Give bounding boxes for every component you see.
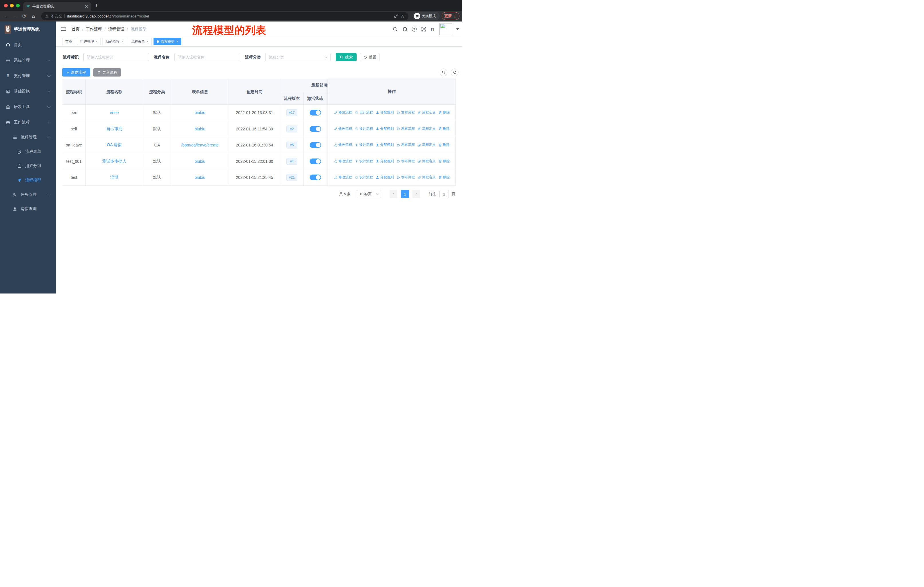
model-name-link[interactable]: 测试多审批人 <box>102 159 126 164</box>
forward-button[interactable]: → <box>12 11 19 21</box>
action-deploy-link[interactable]: 发布流程 <box>397 159 415 164</box>
search-button[interactable]: 搜索 <box>336 53 356 61</box>
action-trash-link[interactable]: 删除 <box>439 142 450 147</box>
tag-close-icon[interactable]: × <box>96 40 98 43</box>
sidebar-item-5[interactable]: 工作流程 <box>0 115 56 130</box>
action-edit-link[interactable]: 修改流程 <box>334 159 352 164</box>
key-icon[interactable] <box>394 14 398 19</box>
search-icon[interactable] <box>393 26 398 32</box>
action-deploy-link[interactable]: 发布流程 <box>397 142 415 147</box>
tag-close-icon[interactable]: × <box>147 40 148 43</box>
action-trash-link[interactable]: 删除 <box>439 110 450 115</box>
action-definition-link[interactable]: 流程定义 <box>417 142 436 147</box>
action-definition-link[interactable]: 流程定义 <box>417 110 436 115</box>
sidebar-item-10[interactable]: 任务管理 <box>0 187 56 202</box>
import-model-button[interactable]: 导入流程 <box>93 68 121 76</box>
goto-page-input[interactable]: 1 <box>439 190 449 198</box>
maximize-window-button[interactable] <box>16 4 20 7</box>
sidebar-item-4[interactable]: 研发工具 <box>0 99 56 115</box>
close-window-button[interactable] <box>4 4 8 7</box>
action-assign-user-link[interactable]: 分配规则 <box>376 142 394 147</box>
model-name-link[interactable]: OA 请假 <box>107 142 121 147</box>
logo-row[interactable]: 芋道管理系统 <box>0 21 56 37</box>
sidebar-item-1[interactable]: 系统管理 <box>0 53 56 68</box>
avatar-caret-icon[interactable] <box>456 28 459 30</box>
tag-close-icon[interactable]: × <box>176 40 178 43</box>
new-tab-button[interactable]: + <box>95 2 98 8</box>
form-link[interactable]: biubiu <box>195 159 205 164</box>
tag-3[interactable]: 流程表单 × <box>128 38 152 45</box>
action-design-link[interactable]: 设计流程 <box>355 142 373 147</box>
back-button[interactable]: ← <box>2 11 10 21</box>
tag-0[interactable]: 首页 <box>62 38 75 45</box>
security-label[interactable]: 不安全 <box>51 14 62 19</box>
action-assign-user-link[interactable]: 分配规则 <box>376 175 394 180</box>
action-design-link[interactable]: 设计流程 <box>355 110 373 115</box>
browser-update-button[interactable]: 更新 ⋮ <box>442 12 459 20</box>
filter-category-select[interactable]: 流程分类 <box>265 53 330 61</box>
action-assign-user-link[interactable]: 分配规则 <box>376 126 394 131</box>
model-name-link[interactable]: 自己审批 <box>106 126 122 132</box>
active-toggle[interactable] <box>310 142 321 148</box>
github-icon[interactable] <box>402 26 408 32</box>
tag-4[interactable]: 流程模型 × <box>153 38 181 45</box>
action-edit-link[interactable]: 修改流程 <box>334 142 352 147</box>
font-size-icon[interactable]: TT <box>431 26 435 31</box>
sidebar-item-6[interactable]: 流程管理 <box>0 130 56 144</box>
action-edit-link[interactable]: 修改流程 <box>334 126 352 131</box>
breadcrumb-item-1[interactable]: 工作流程 <box>86 26 102 32</box>
create-model-button[interactable]: + 新建流程 <box>62 68 90 76</box>
url-bar[interactable]: ⚠ 不安全 dashboard.yudao.iocoder.cn/bpm/man… <box>41 12 408 20</box>
action-assign-user-link[interactable]: 分配规则 <box>376 110 394 115</box>
form-link[interactable]: /bpm/oa/leave/create <box>181 143 219 147</box>
sidebar-item-0[interactable]: 首页 <box>0 37 56 53</box>
tag-1[interactable]: 租户管理 × <box>77 38 101 45</box>
sidebar-item-9[interactable]: 流程模型 <box>0 173 56 187</box>
next-page-button[interactable] <box>412 190 420 198</box>
action-design-link[interactable]: 设计流程 <box>355 159 373 164</box>
action-trash-link[interactable]: 删除 <box>439 126 450 131</box>
action-design-link[interactable]: 设计流程 <box>355 175 373 180</box>
sidebar-item-7[interactable]: 流程表单 <box>0 144 56 159</box>
model-name-link[interactable]: 滔博 <box>110 175 118 180</box>
action-edit-link[interactable]: 修改流程 <box>334 175 352 180</box>
action-definition-link[interactable]: 流程定义 <box>417 126 436 131</box>
action-deploy-link[interactable]: 发布流程 <box>397 110 415 115</box>
sidebar-item-3[interactable]: 基础设施 <box>0 84 56 99</box>
prev-page-button[interactable] <box>389 190 397 198</box>
action-edit-link[interactable]: 修改流程 <box>334 110 352 115</box>
active-toggle[interactable] <box>310 159 321 164</box>
active-toggle[interactable] <box>310 110 321 116</box>
action-deploy-link[interactable]: 发布流程 <box>397 126 415 131</box>
action-trash-link[interactable]: 删除 <box>439 159 450 164</box>
form-link[interactable]: biubiu <box>195 175 205 180</box>
sidebar-item-8[interactable]: 用户分组 <box>0 159 56 173</box>
action-design-link[interactable]: 设计流程 <box>355 126 373 131</box>
browser-menu-icon[interactable]: ⋮ <box>453 14 457 18</box>
action-definition-link[interactable]: 流程定义 <box>417 159 436 164</box>
breadcrumb-item-2[interactable]: 流程管理 <box>108 26 124 32</box>
help-icon[interactable]: ? <box>412 26 417 31</box>
refresh-table-button[interactable] <box>451 68 459 76</box>
filter-name-input[interactable]: 请输入流程名称 <box>175 53 240 61</box>
filter-id-input[interactable]: 请输入流程标识 <box>83 53 149 61</box>
reset-button[interactable]: 重置 <box>360 53 380 61</box>
model-name-link[interactable]: eeee <box>110 110 119 115</box>
show-search-button[interactable] <box>440 68 447 76</box>
browser-tab[interactable]: 芋道管理系统 ✕ <box>23 2 91 11</box>
current-page-button[interactable]: 1 <box>401 190 409 198</box>
form-link[interactable]: biubiu <box>195 110 205 115</box>
sidebar-item-2[interactable]: ¥ 支付管理 <box>0 68 56 84</box>
reload-button[interactable]: ⟳ <box>21 11 28 21</box>
tag-2[interactable]: 我的流程 × <box>102 38 126 45</box>
fullscreen-icon[interactable] <box>421 26 426 32</box>
minimize-window-button[interactable] <box>10 4 14 7</box>
tab-close-icon[interactable]: ✕ <box>84 4 88 8</box>
breadcrumb-item-3[interactable]: 流程模型 <box>130 26 147 32</box>
breadcrumb-item-0[interactable]: 首页 <box>72 26 80 32</box>
sidebar-collapse-icon[interactable] <box>61 26 66 32</box>
tag-close-icon[interactable]: × <box>121 40 123 43</box>
active-toggle[interactable] <box>310 175 321 180</box>
action-assign-user-link[interactable]: 分配规则 <box>376 159 394 164</box>
sidebar-item-11[interactable]: 请假查询 <box>0 202 56 216</box>
